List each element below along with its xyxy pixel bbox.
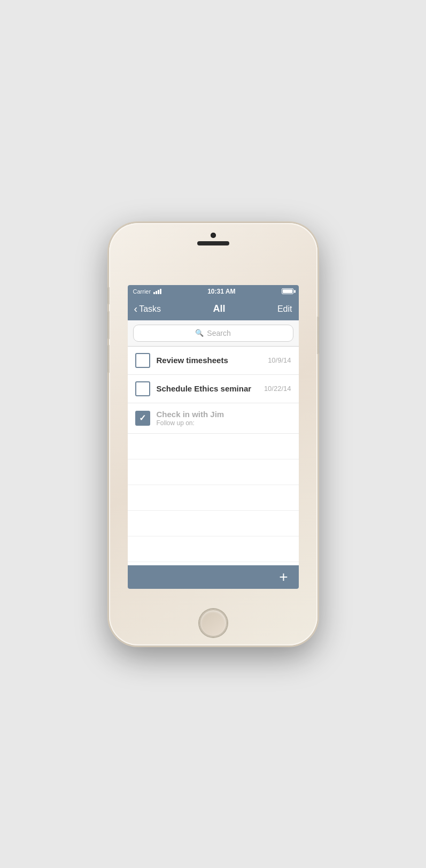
status-time: 10:31 AM bbox=[207, 288, 235, 295]
phone-top-area bbox=[197, 233, 229, 245]
task-subtitle-3: Follow up on: bbox=[157, 419, 291, 427]
back-label: Tasks bbox=[139, 304, 161, 314]
search-bar[interactable]: 🔍 Search bbox=[133, 325, 293, 342]
task-content-2: Schedule Ethics seminar bbox=[157, 384, 258, 393]
task-title-1: Review timesheets bbox=[157, 356, 262, 365]
home-button[interactable] bbox=[199, 609, 227, 637]
battery-icon bbox=[282, 288, 293, 294]
battery-indicator bbox=[282, 288, 293, 294]
search-container: 🔍 Search bbox=[128, 320, 299, 347]
carrier-label: Carrier bbox=[133, 288, 151, 295]
empty-row bbox=[128, 511, 299, 536]
bottom-toolbar: + bbox=[128, 565, 299, 589]
wifi-icon bbox=[153, 289, 161, 294]
list-item[interactable]: Review timesheets 10/9/14 bbox=[128, 347, 299, 375]
checkmark-icon: ✓ bbox=[139, 414, 146, 423]
power-button[interactable] bbox=[317, 317, 319, 354]
task-content-1: Review timesheets bbox=[157, 356, 262, 365]
task-date-1: 10/9/14 bbox=[268, 356, 291, 364]
empty-row bbox=[128, 536, 299, 562]
phone-screen: Carrier 10:31 AM ‹ Tasks All bbox=[128, 285, 299, 589]
task-title-3: Check in with Jim bbox=[157, 410, 291, 419]
search-placeholder: Search bbox=[207, 329, 230, 337]
task-checkbox-1[interactable] bbox=[135, 353, 150, 368]
task-checkbox-2[interactable] bbox=[135, 381, 150, 396]
status-left: Carrier bbox=[133, 288, 162, 295]
phone-frame: Carrier 10:31 AM ‹ Tasks All bbox=[109, 223, 317, 646]
nav-title: All bbox=[213, 303, 225, 314]
volume-up-button[interactable] bbox=[107, 311, 110, 339]
empty-row bbox=[128, 434, 299, 459]
nav-bar: ‹ Tasks All Edit bbox=[128, 298, 299, 320]
empty-row bbox=[128, 459, 299, 485]
chevron-left-icon: ‹ bbox=[134, 303, 138, 314]
empty-row bbox=[128, 485, 299, 511]
speaker-grille bbox=[197, 241, 229, 245]
volume-down-button[interactable] bbox=[107, 345, 110, 373]
mute-button[interactable] bbox=[107, 287, 110, 304]
status-bar: Carrier 10:31 AM bbox=[128, 285, 299, 298]
battery-fill bbox=[283, 289, 292, 293]
add-task-button[interactable]: + bbox=[279, 570, 288, 585]
edit-button[interactable]: Edit bbox=[277, 304, 292, 314]
task-content-3: Check in with Jim Follow up on: bbox=[157, 410, 291, 427]
list-item[interactable]: Schedule Ethics seminar 10/22/14 bbox=[128, 375, 299, 403]
task-title-2: Schedule Ethics seminar bbox=[157, 384, 258, 393]
search-icon: 🔍 bbox=[195, 329, 204, 337]
task-date-2: 10/22/14 bbox=[264, 385, 291, 393]
task-checkbox-3[interactable]: ✓ bbox=[135, 411, 150, 426]
task-list: Review timesheets 10/9/14 Schedule Ethic… bbox=[128, 347, 299, 565]
front-camera bbox=[211, 233, 216, 238]
list-item[interactable]: ✓ Check in with Jim Follow up on: bbox=[128, 403, 299, 434]
back-button[interactable]: ‹ Tasks bbox=[134, 304, 161, 314]
